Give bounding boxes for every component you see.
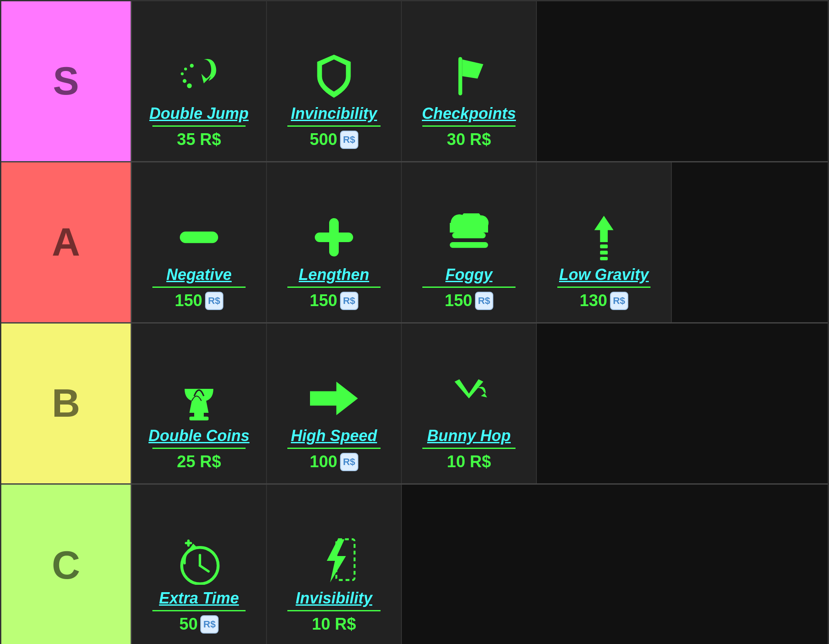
divider [422, 125, 516, 127]
item-cell-checkpoints[interactable]: Checkpoints30 R$ [402, 1, 537, 161]
tier-row-c: C Extra Time 50 R$ Invisibility10 R$ [1, 485, 828, 644]
item-cell-negative[interactable]: Negative 150 R$ [132, 162, 267, 322]
divider [152, 125, 246, 127]
robux-icon: R$ [610, 292, 628, 310]
empty-space [672, 162, 828, 322]
tier-label-a: A [1, 162, 132, 322]
divider [152, 287, 246, 288]
minus-icon [175, 213, 223, 261]
svg-marker-16 [594, 216, 613, 243]
plus-icon [310, 213, 358, 261]
svg-rect-17 [600, 245, 608, 249]
robux-icon: R$ [340, 131, 358, 149]
empty-space [537, 324, 828, 483]
item-cell-extra-time[interactable]: Extra Time 50 R$ [132, 485, 267, 644]
tier-list: S Double Jump35 R$ Invincibility 500 R$ … [0, 0, 829, 644]
svg-rect-5 [458, 57, 462, 95]
divider [557, 287, 650, 288]
item-cell-bunny-hop[interactable]: Bunny Hop10 R$ [402, 324, 537, 483]
tier-label-b: B [1, 324, 132, 483]
item-price: 150 R$ [445, 291, 493, 310]
svg-rect-8 [315, 233, 353, 242]
item-cell-invincibility[interactable]: Invincibility 500 R$ [267, 1, 402, 161]
item-price: 10 R$ [447, 452, 491, 471]
divider [287, 125, 381, 127]
divider [422, 287, 516, 288]
item-cell-high-speed[interactable]: High Speed 100 R$ [267, 324, 402, 483]
divider [287, 448, 381, 449]
item-name: Lengthen [299, 266, 369, 284]
tier-items-s: Double Jump35 R$ Invincibility 500 R$ Ch… [132, 1, 828, 161]
item-name: Negative [166, 266, 232, 284]
tier-row-s: S Double Jump35 R$ Invincibility 500 R$ … [1, 1, 828, 162]
svg-point-4 [190, 64, 194, 67]
item-price: 50 R$ [179, 615, 219, 634]
item-cell-low-gravity[interactable]: Low Gravity 130 R$ [537, 162, 672, 322]
divider [422, 448, 516, 449]
svg-marker-28 [189, 543, 198, 550]
extra-time-icon [175, 537, 223, 585]
svg-point-0 [187, 84, 192, 88]
shield-icon [310, 52, 358, 100]
svg-rect-10 [452, 233, 486, 238]
item-cell-lengthen[interactable]: Lengthen 150 R$ [267, 162, 402, 322]
svg-rect-6 [180, 232, 218, 243]
svg-rect-15 [450, 223, 488, 233]
item-name: Foggy [445, 266, 492, 284]
item-price: 130 R$ [580, 291, 628, 310]
item-price: 500 R$ [310, 130, 358, 149]
divider [287, 610, 381, 611]
tier-row-b: B Double Coins25 R$ High Speed 100 R$ Bu… [1, 324, 828, 485]
bunny-icon [445, 374, 493, 422]
svg-rect-18 [600, 251, 608, 255]
svg-marker-22 [310, 382, 358, 415]
item-name: Extra Time [159, 589, 239, 607]
item-name: Invisibility [296, 589, 372, 607]
low-gravity-icon [580, 213, 628, 261]
divider [152, 448, 246, 449]
item-name: Bunny Hop [427, 427, 511, 445]
item-name: Low Gravity [559, 266, 649, 284]
divider [287, 287, 381, 288]
tier-items-c: Extra Time 50 R$ Invisibility10 R$ [132, 485, 828, 644]
robux-icon: R$ [205, 292, 223, 310]
divider [152, 610, 246, 611]
robux-icon: R$ [340, 292, 358, 310]
svg-rect-19 [600, 257, 608, 260]
fog-icon [445, 213, 493, 261]
tier-label-c: C [1, 485, 132, 644]
item-name: Double Coins [148, 427, 249, 445]
item-price: 150 R$ [310, 291, 358, 310]
item-cell-double-jump[interactable]: Double Jump35 R$ [132, 1, 267, 161]
invisibility-icon [310, 537, 358, 585]
item-cell-invisibility[interactable]: Invisibility10 R$ [267, 485, 402, 644]
robux-icon: R$ [340, 453, 358, 471]
empty-space [537, 1, 828, 161]
item-price: 150 R$ [175, 291, 223, 310]
item-name: Checkpoints [422, 105, 516, 123]
item-name: High Speed [291, 427, 377, 445]
tier-label-s: S [1, 1, 132, 161]
svg-rect-11 [450, 242, 488, 248]
svg-rect-21 [189, 417, 209, 421]
tier-items-a: Negative 150 R$ Lengthen 150 R$ Foggy 15… [132, 162, 828, 322]
item-price: 35 R$ [177, 130, 221, 149]
double-jump-icon [175, 52, 223, 100]
item-cell-double-coins[interactable]: Double Coins25 R$ [132, 324, 267, 483]
item-price: 25 R$ [177, 452, 221, 471]
robux-icon: R$ [475, 292, 493, 310]
svg-point-1 [183, 79, 187, 83]
item-cell-foggy[interactable]: Foggy 150 R$ [402, 162, 537, 322]
item-name: Double Jump [149, 105, 249, 123]
svg-point-3 [184, 67, 187, 71]
coins-icon [175, 374, 223, 422]
svg-line-25 [200, 566, 209, 571]
item-price: 10 R$ [312, 615, 356, 634]
robux-icon: R$ [200, 615, 219, 634]
item-name: Invincibility [291, 105, 377, 123]
arrow-icon [310, 374, 358, 422]
svg-point-2 [181, 72, 184, 75]
item-price: 30 R$ [447, 130, 491, 149]
empty-space [402, 485, 828, 644]
flag-icon [445, 52, 493, 100]
